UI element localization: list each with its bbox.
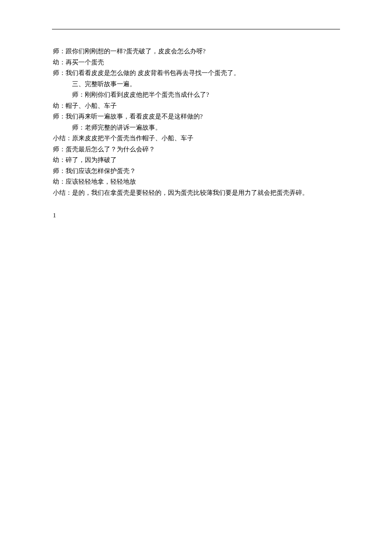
text-line: 幼：帽子、小船、车子 xyxy=(53,101,354,112)
text-line: 幼：再买一个蛋壳 xyxy=(53,57,354,68)
text-line: 小结：是的，我们在拿蛋壳是要轻轻的，因为蛋壳比较薄我们要是用力了就会把蛋壳弄碎。 xyxy=(53,188,354,199)
page-number: 1 xyxy=(53,210,354,221)
horizontal-rule xyxy=(52,29,340,29)
text-line: 师：蛋壳最后怎么了？为什么会碎？ xyxy=(53,144,354,155)
text-line: 师：刚刚你们看到皮皮他把半个蛋壳当成什么了? xyxy=(53,90,354,101)
text-line: 师：我们再来听一遍故事，看看皮皮是不是这样做的? xyxy=(53,111,354,122)
text-line: 师：我们看看皮皮是怎么做的 皮皮背着书包再去寻找一个蛋壳了。 xyxy=(53,68,354,79)
text-line: 师：我们应该怎样保护蛋壳？ xyxy=(53,166,354,177)
page: 师：跟你们刚刚想的一样?蛋壳破了，皮皮会怎么办呀? 幼：再买一个蛋壳 师：我们看… xyxy=(0,0,392,555)
text-line: 幼：碎了，因为摔破了 xyxy=(53,155,354,166)
text-line: 师：跟你们刚刚想的一样?蛋壳破了，皮皮会怎么办呀? xyxy=(53,46,354,57)
text-line: 小结：原来皮皮把半个蛋壳当作帽子、小船、车子 xyxy=(53,133,354,144)
text-line: 幼：应该轻轻地拿，轻轻地放 xyxy=(53,176,354,188)
text-line: 三、完整听故事一遍。 xyxy=(53,79,354,90)
text-line: 师：老师完整的讲诉一遍故事。 xyxy=(53,122,354,133)
document-body: 师：跟你们刚刚想的一样?蛋壳破了，皮皮会怎么办呀? 幼：再买一个蛋壳 师：我们看… xyxy=(53,46,354,221)
